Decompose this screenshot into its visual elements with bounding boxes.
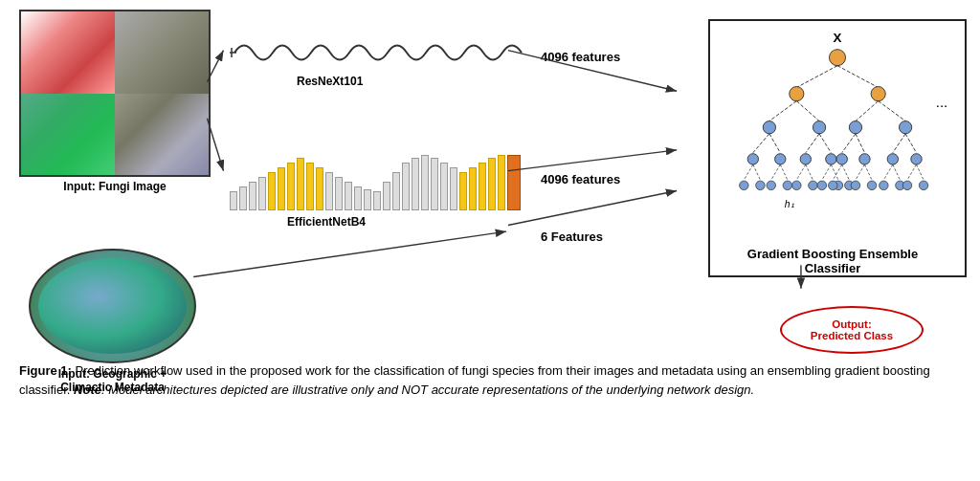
svg-point-63	[902, 181, 911, 189]
output-label: Output: Predicted Class	[811, 318, 893, 341]
svg-point-15	[899, 121, 911, 134]
effnet-col-highlight	[268, 172, 276, 210]
svg-line-34	[753, 164, 761, 180]
fungi-box-label: Input: Fungi Image	[19, 180, 211, 193]
effnet-col	[258, 177, 266, 210]
svg-line-54	[864, 164, 872, 180]
svg-line-53	[856, 164, 864, 180]
geo-box	[29, 249, 196, 363]
effnet-col	[249, 182, 256, 210]
svg-line-26	[856, 134, 864, 153]
effnet-col	[354, 186, 362, 210]
svg-point-19	[747, 154, 758, 164]
svg-point-64	[919, 181, 927, 189]
svg-line-46	[831, 164, 838, 180]
svg-text:h₁: h₁	[785, 199, 794, 209]
svg-line-57	[883, 164, 892, 180]
effnet-col	[325, 172, 333, 210]
svg-line-45	[822, 164, 831, 180]
svg-point-27	[836, 154, 847, 164]
svg-line-29	[893, 134, 905, 153]
effnet-col	[345, 182, 352, 210]
svg-point-11	[813, 121, 825, 134]
svg-point-40	[783, 181, 791, 189]
svg-line-4	[796, 66, 837, 88]
fungi-quadrant-2	[115, 11, 209, 94]
effnet-col-highlight	[278, 167, 285, 210]
effnet-col	[431, 158, 438, 210]
svg-point-14	[849, 121, 861, 134]
svg-line-18	[769, 134, 780, 153]
svg-line-30	[905, 134, 916, 153]
svg-point-32	[911, 154, 922, 164]
effnet-col-highlight	[479, 163, 486, 210]
svg-line-12	[856, 101, 879, 121]
effnet-col	[421, 155, 429, 210]
effnet-col	[450, 167, 457, 210]
effnet-col-highlight	[297, 158, 304, 210]
output-ellipse: Output: Predicted Class	[780, 306, 924, 354]
feature-label-3: 6 Features	[541, 230, 603, 244]
svg-line-37	[771, 164, 780, 180]
svg-line-41	[796, 164, 805, 180]
effnet-col-highlight	[498, 155, 505, 210]
svg-point-31	[887, 154, 898, 164]
svg-point-51	[829, 181, 837, 189]
effnet-col-highlight	[306, 163, 314, 210]
effnet-col-highlight	[287, 163, 295, 210]
svg-line-38	[780, 164, 788, 180]
svg-point-43	[792, 181, 801, 189]
gbc-label: Gradient Boosting Ensemble Classifier	[723, 247, 943, 275]
svg-line-9	[796, 101, 819, 121]
svg-point-44	[809, 181, 817, 189]
svg-line-61	[907, 164, 916, 180]
resnext-coil	[230, 33, 526, 72]
effnet-col	[440, 163, 448, 210]
effnet-cols	[230, 153, 521, 210]
effnet-col	[373, 191, 381, 210]
effnet-label: EfficientNetB4	[287, 215, 366, 229]
svg-line-21	[806, 134, 819, 153]
svg-line-25	[842, 134, 856, 153]
svg-point-28	[859, 154, 870, 164]
geo-label: Input: Geographic + Climactic Metadata	[19, 367, 206, 394]
effnet-col	[412, 158, 419, 210]
svg-line-42	[806, 164, 813, 180]
svg-line-69	[193, 231, 506, 276]
effnet-col	[402, 163, 410, 210]
svg-point-3	[829, 50, 845, 66]
svg-line-50	[842, 164, 850, 180]
svg-line-72	[508, 190, 677, 225]
gbc-box: X ...	[708, 19, 967, 277]
svg-point-10	[763, 121, 775, 134]
svg-point-24	[826, 154, 836, 164]
svg-point-55	[851, 181, 859, 189]
effnet-col-highlight	[469, 167, 477, 210]
effnet-col	[335, 177, 343, 210]
effnet-col-highlight	[316, 167, 323, 210]
effnet-col	[383, 182, 390, 210]
svg-point-36	[756, 181, 765, 189]
svg-line-13	[879, 101, 905, 121]
effnet-col	[230, 191, 237, 210]
svg-point-23	[800, 154, 811, 164]
svg-line-22	[819, 134, 831, 153]
fungi-quadrant-3	[21, 94, 115, 176]
svg-line-58	[893, 164, 901, 180]
effnet-col	[364, 189, 371, 210]
diagram-area: Input: Fungi Image Input: Geographic + C…	[19, 10, 961, 354]
fungi-quadrant-1	[21, 11, 115, 94]
effnet-col-highlight	[459, 172, 467, 210]
effnet-col-orange	[507, 155, 521, 210]
geo-earth	[38, 258, 187, 354]
svg-text:...: ...	[936, 94, 948, 110]
svg-point-47	[817, 181, 826, 189]
fungi-image-box	[19, 10, 211, 177]
svg-point-6	[790, 87, 804, 101]
svg-line-62	[916, 164, 924, 180]
svg-line-5	[837, 66, 879, 88]
svg-line-8	[769, 101, 796, 121]
svg-point-39	[767, 181, 775, 189]
svg-point-35	[740, 181, 748, 189]
fungi-quadrant-4	[115, 94, 209, 176]
